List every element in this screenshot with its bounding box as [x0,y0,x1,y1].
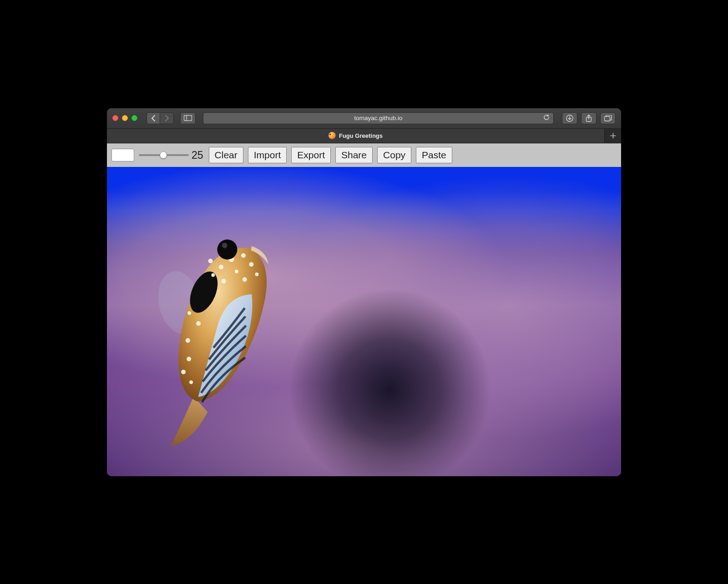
fullscreen-window-button[interactable] [131,115,137,121]
brush-size-slider[interactable] [139,154,189,156]
safari-window: tomayac.github.io [107,108,621,476]
fugu-favicon-icon [329,132,336,139]
tab-title: Fugu Greetings [339,132,383,139]
clear-button[interactable]: Clear [209,147,243,163]
plus-icon [610,133,616,139]
chevron-left-icon [151,115,156,121]
close-window-button[interactable] [112,115,118,121]
url-text: tomayac.github.io [354,115,403,121]
brush-size-control: 25 [139,149,204,161]
nav-buttons [147,112,174,124]
share-icon [586,115,592,122]
share-button[interactable]: Share [335,147,373,163]
copy-button[interactable]: Copy [377,147,411,163]
tab-bar: Fugu Greetings [107,128,621,143]
forward-button[interactable] [160,112,174,124]
svg-rect-4 [604,116,610,121]
address-bar[interactable]: tomayac.github.io [203,112,554,124]
drawing-canvas[interactable] [107,167,621,476]
minimize-window-button[interactable] [122,115,128,121]
tabs-icon [604,115,612,121]
share-browser-button[interactable] [581,112,597,124]
paste-button[interactable]: Paste [416,147,452,163]
brush-size-value: 25 [192,149,203,161]
color-picker[interactable] [111,149,134,161]
tab-fugu-greetings[interactable]: Fugu Greetings [107,129,605,143]
app-toolbar: 25 Clear Import Export Share Copy Paste [107,143,621,167]
reload-button[interactable] [543,114,550,122]
back-button[interactable] [147,112,160,124]
svg-rect-0 [184,116,192,121]
import-button[interactable]: Import [248,147,287,163]
reload-icon [543,114,550,121]
export-button[interactable]: Export [291,147,331,163]
titlebar: tomayac.github.io [107,108,621,128]
new-tab-button[interactable] [605,129,621,143]
download-icon [566,115,573,122]
chevron-right-icon [165,115,169,121]
window-controls [112,115,137,121]
toolbar-right [562,112,616,124]
pufferfish-image [127,208,304,462]
tabs-overview-button[interactable] [600,112,616,124]
downloads-button[interactable] [562,112,577,124]
sidebar-toggle-button[interactable] [180,112,196,124]
sidebar-icon [184,115,192,121]
